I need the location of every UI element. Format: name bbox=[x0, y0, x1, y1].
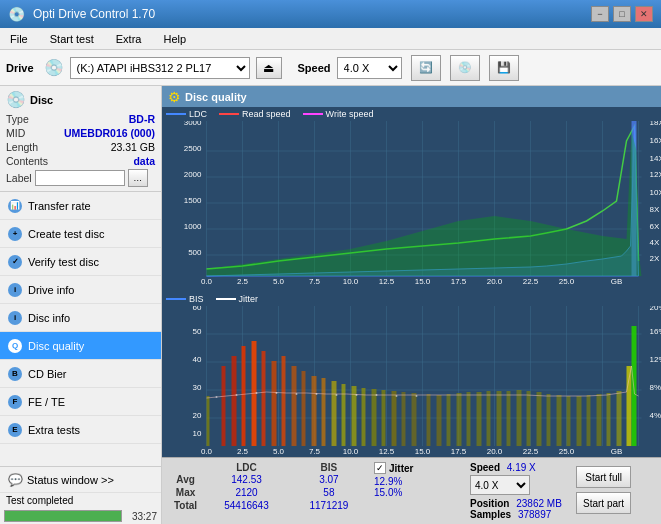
start-full-button[interactable]: Start full bbox=[576, 466, 631, 488]
svg-rect-113 bbox=[447, 394, 451, 446]
menu-start-test[interactable]: Start test bbox=[44, 31, 100, 47]
chart-settings-icon[interactable]: ⚙ bbox=[168, 89, 181, 105]
row-max-label: Max bbox=[168, 486, 203, 499]
refresh-button[interactable]: 🔄 bbox=[411, 55, 441, 81]
jitter-section: ✓ Jitter 12.9% 15.0% bbox=[374, 462, 464, 498]
progress-time: 33:27 bbox=[132, 511, 157, 522]
disc-length-label: Length bbox=[6, 141, 38, 153]
save-button[interactable]: 💾 bbox=[489, 55, 519, 81]
sidebar-item-extra-tests[interactable]: E Extra tests bbox=[0, 416, 161, 444]
disc-mid-row: MID UMEBDR016 (000) bbox=[6, 127, 155, 139]
disc-type-row: Type BD-R bbox=[6, 113, 155, 125]
status-window-button[interactable]: 💬 Status window >> bbox=[0, 467, 161, 493]
svg-text:25.0: 25.0 bbox=[559, 447, 575, 456]
row-avg-bis: 3.07 bbox=[290, 473, 368, 486]
svg-text:40: 40 bbox=[193, 355, 202, 364]
sidebar-item-drive-info[interactable]: i Drive info bbox=[0, 276, 161, 304]
status-window-label: Status window >> bbox=[27, 474, 114, 486]
svg-text:2000: 2000 bbox=[184, 170, 202, 179]
stats-avg-row: Avg 142.53 3.07 bbox=[168, 473, 368, 486]
eject-button[interactable]: ⏏ bbox=[256, 57, 282, 79]
drivebar: Drive 💿 (K:) ATAPI iHBS312 2 PL17 ⏏ Spee… bbox=[0, 50, 661, 86]
svg-rect-98 bbox=[292, 366, 297, 446]
svg-point-135 bbox=[256, 392, 258, 394]
drive-select[interactable]: (K:) ATAPI iHBS312 2 PL17 bbox=[70, 57, 250, 79]
svg-text:16X: 16X bbox=[650, 136, 662, 145]
nav-transfer-rate-label: Transfer rate bbox=[28, 200, 91, 212]
sidebar-item-cd-bier[interactable]: B CD Bier bbox=[0, 360, 161, 388]
sidebar-item-disc-quality[interactable]: Q Disc quality bbox=[0, 332, 161, 360]
svg-rect-90 bbox=[207, 396, 210, 446]
cd-bier-icon: B bbox=[8, 367, 22, 381]
svg-text:4X: 4X bbox=[650, 238, 660, 247]
svg-rect-92 bbox=[232, 356, 237, 446]
svg-point-143 bbox=[416, 395, 418, 397]
svg-text:7.5: 7.5 bbox=[309, 447, 321, 456]
svg-text:15.0: 15.0 bbox=[415, 277, 431, 286]
row-max-bis: 58 bbox=[290, 486, 368, 499]
drive-info-icon: i bbox=[8, 283, 22, 297]
svg-rect-125 bbox=[567, 396, 571, 446]
row-max-ldc: 2120 bbox=[203, 486, 290, 499]
legend-bis: BIS bbox=[166, 294, 204, 304]
disc-label-row: Label … bbox=[6, 169, 155, 187]
sidebar-item-disc-info[interactable]: i Disc info bbox=[0, 304, 161, 332]
disc-icon-button[interactable]: 💿 bbox=[450, 55, 480, 81]
drive-label: Drive bbox=[6, 62, 34, 74]
svg-rect-123 bbox=[547, 394, 551, 446]
sidebar-item-fe-te[interactable]: F FE / TE bbox=[0, 388, 161, 416]
position-value: 23862 MB bbox=[516, 498, 562, 509]
disc-contents-row: Contents data bbox=[6, 155, 155, 167]
svg-text:10.0: 10.0 bbox=[343, 447, 359, 456]
sidebar: 💿 Disc Type BD-R MID UMEBDR016 (000) Len… bbox=[0, 86, 162, 524]
svg-text:17.5: 17.5 bbox=[451, 447, 467, 456]
nav-create-test-disc-label: Create test disc bbox=[28, 228, 104, 240]
sidebar-item-create-test-disc[interactable]: + Create test disc bbox=[0, 220, 161, 248]
menu-extra[interactable]: Extra bbox=[110, 31, 148, 47]
menu-file[interactable]: File bbox=[4, 31, 34, 47]
legend-write-speed: Write speed bbox=[303, 109, 374, 119]
position-row: Position 23862 MB bbox=[470, 498, 570, 509]
svg-rect-96 bbox=[272, 361, 277, 446]
sidebar-item-verify-test-disc[interactable]: ✓ Verify test disc bbox=[0, 248, 161, 276]
top-chart-area: LDC Read speed Write speed bbox=[162, 107, 661, 292]
nav-verify-test-disc-label: Verify test disc bbox=[28, 256, 99, 268]
speed-dropdown[interactable]: 4.0 X bbox=[470, 475, 530, 495]
maximize-button[interactable]: □ bbox=[613, 6, 631, 22]
position-label: Position bbox=[470, 498, 509, 509]
svg-point-133 bbox=[216, 396, 218, 398]
menu-help[interactable]: Help bbox=[157, 31, 192, 47]
svg-rect-122 bbox=[537, 392, 542, 446]
svg-rect-100 bbox=[312, 376, 317, 446]
close-button[interactable]: ✕ bbox=[635, 6, 653, 22]
progress-fill bbox=[5, 511, 121, 521]
sidebar-item-transfer-rate[interactable]: 📊 Transfer rate bbox=[0, 192, 161, 220]
svg-text:8X: 8X bbox=[650, 205, 660, 214]
svg-text:500: 500 bbox=[188, 248, 202, 257]
nav-fe-te-label: FE / TE bbox=[28, 396, 65, 408]
disc-label-browse-button[interactable]: … bbox=[128, 169, 148, 187]
col-header-ldc: LDC bbox=[203, 462, 290, 473]
svg-rect-95 bbox=[262, 351, 266, 446]
disc-info-rows: Type BD-R MID UMEBDR016 (000) Length 23.… bbox=[6, 113, 155, 187]
disc-label-input[interactable] bbox=[35, 170, 125, 186]
svg-text:20: 20 bbox=[193, 411, 202, 420]
minimize-button[interactable]: − bbox=[591, 6, 609, 22]
legend-jitter: Jitter bbox=[216, 294, 259, 304]
disc-length-row: Length 23.31 GB bbox=[6, 141, 155, 153]
jitter-checkbox[interactable]: ✓ bbox=[374, 462, 386, 474]
row-avg-ldc: 142.53 bbox=[203, 473, 290, 486]
content-area: ⚙ Disc quality LDC Read speed Write spee… bbox=[162, 86, 661, 524]
disc-contents-label: Contents bbox=[6, 155, 48, 167]
svg-text:20.0: 20.0 bbox=[487, 277, 503, 286]
chart-header: ⚙ Disc quality bbox=[162, 86, 661, 107]
status-bottom: 💬 Status window >> Test completed 33:27 bbox=[0, 466, 161, 524]
speed-select[interactable]: 4.0 X bbox=[337, 57, 402, 79]
svg-text:50: 50 bbox=[193, 327, 202, 336]
start-part-button[interactable]: Start part bbox=[576, 492, 631, 514]
samples-label: Samples bbox=[470, 509, 511, 520]
fe-te-icon: F bbox=[8, 395, 22, 409]
svg-text:15.0: 15.0 bbox=[415, 447, 431, 456]
jitter-avg-row: 12.9% bbox=[374, 476, 464, 487]
menubar: File Start test Extra Help bbox=[0, 28, 661, 50]
